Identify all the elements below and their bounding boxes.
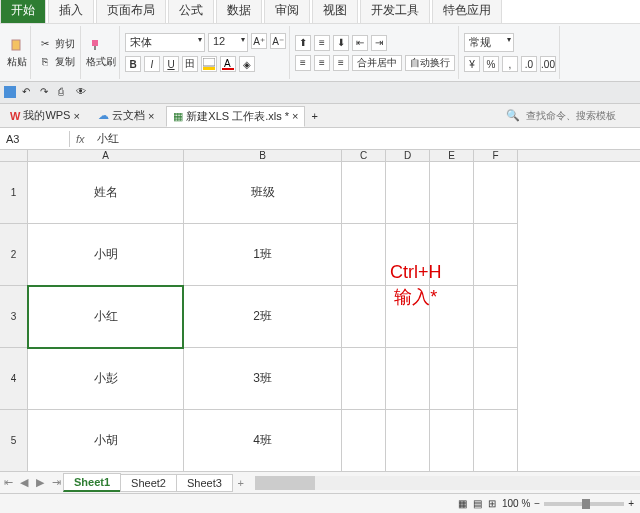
zoom-out-icon[interactable]: −	[534, 498, 540, 509]
tab-data[interactable]: 数据	[216, 0, 262, 23]
save-icon[interactable]	[4, 86, 18, 100]
tab-review[interactable]: 审阅	[264, 0, 310, 23]
format-painter[interactable]	[86, 37, 116, 53]
doctab-wps[interactable]: W我的WPS×	[4, 106, 86, 125]
cell[interactable]	[342, 348, 385, 410]
sheet-tab[interactable]: Sheet3	[176, 474, 233, 492]
row-header[interactable]: 3	[0, 286, 27, 348]
fx-icon[interactable]: fx	[70, 133, 91, 145]
sheet-nav-last[interactable]: ⇥	[48, 476, 64, 489]
col-header[interactable]: C	[342, 150, 386, 161]
close-icon[interactable]: ×	[292, 110, 298, 122]
clear-format[interactable]: ◈	[239, 56, 255, 72]
view-break-icon[interactable]: ⊞	[488, 498, 496, 509]
doctab-cloud[interactable]: ☁云文档×	[92, 106, 160, 125]
cell[interactable]: 小明	[28, 224, 183, 286]
tab-home[interactable]: 开始	[0, 0, 46, 23]
col-header[interactable]: A	[28, 150, 184, 161]
formula-input[interactable]: 小红	[91, 129, 640, 148]
add-sheet-icon[interactable]: +	[233, 477, 249, 489]
merge-button[interactable]: 合并居中	[352, 55, 402, 71]
cell[interactable]: 姓名	[28, 162, 183, 224]
cell[interactable]: 班级	[184, 162, 341, 224]
cell[interactable]	[430, 162, 473, 224]
cell[interactable]	[342, 224, 385, 286]
cut-button[interactable]: ✂剪切	[36, 36, 77, 52]
align-left[interactable]: ≡	[295, 55, 311, 71]
cell[interactable]	[386, 348, 429, 410]
row-header[interactable]: 4	[0, 348, 27, 410]
cell[interactable]	[386, 410, 429, 471]
cell[interactable]: 2班	[184, 286, 341, 348]
search-input[interactable]	[526, 110, 636, 121]
tab-formula[interactable]: 公式	[168, 0, 214, 23]
add-tab-icon[interactable]: +	[311, 110, 317, 122]
comma-button[interactable]: ,	[502, 56, 518, 72]
sheet-tab[interactable]: Sheet2	[120, 474, 177, 492]
cell[interactable]	[430, 348, 473, 410]
dec-inc[interactable]: .0	[521, 56, 537, 72]
font-color[interactable]: A	[220, 56, 236, 72]
underline-button[interactable]: U	[163, 56, 179, 72]
search-icon[interactable]: 🔍	[506, 109, 520, 122]
cell[interactable]	[386, 162, 429, 224]
bold-button[interactable]: B	[125, 56, 141, 72]
cell[interactable]	[474, 410, 517, 471]
cell[interactable]	[474, 348, 517, 410]
view-normal-icon[interactable]: ▦	[458, 498, 467, 509]
align-bot[interactable]: ⬇	[333, 35, 349, 51]
size-select[interactable]: 12	[208, 33, 248, 52]
tab-layout[interactable]: 页面布局	[96, 0, 166, 23]
horizontal-scrollbar[interactable]	[255, 476, 640, 490]
copy-button[interactable]: ⎘复制	[36, 54, 77, 70]
paste-button[interactable]	[7, 37, 27, 53]
col-header[interactable]: E	[430, 150, 474, 161]
sheet-tab[interactable]: Sheet1	[63, 473, 121, 492]
select-all-corner[interactable]	[0, 150, 28, 161]
cell[interactable]	[342, 410, 385, 471]
tab-special[interactable]: 特色应用	[432, 0, 502, 23]
increase-font[interactable]: A⁺	[251, 33, 267, 49]
align-mid[interactable]: ≡	[314, 35, 330, 51]
currency-button[interactable]: ¥	[464, 56, 480, 72]
col-header[interactable]: B	[184, 150, 342, 161]
sheet-nav-next[interactable]: ▶	[32, 476, 48, 489]
cell[interactable]	[474, 162, 517, 224]
row-header[interactable]: 5	[0, 410, 27, 471]
tab-insert[interactable]: 插入	[48, 0, 94, 23]
name-box[interactable]: A3	[0, 131, 70, 147]
indent-inc[interactable]: ⇥	[371, 35, 387, 51]
zoom-in-icon[interactable]: +	[628, 498, 634, 509]
cell[interactable]: 1班	[184, 224, 341, 286]
undo-icon[interactable]: ↶	[22, 86, 36, 100]
cell[interactable]	[430, 410, 473, 471]
fill-color[interactable]	[201, 56, 217, 72]
cell[interactable]: 小彭	[28, 348, 183, 410]
row-header[interactable]: 1	[0, 162, 27, 224]
cell[interactable]: 3班	[184, 348, 341, 410]
zoom-slider[interactable]	[544, 502, 624, 506]
col-header[interactable]: D	[386, 150, 430, 161]
col-header[interactable]: F	[474, 150, 518, 161]
cell[interactable]: 4班	[184, 410, 341, 471]
border-button[interactable]: 田	[182, 56, 198, 72]
cell[interactable]	[474, 224, 517, 286]
print-icon[interactable]: ⎙	[58, 86, 72, 100]
row-header[interactable]: 2	[0, 224, 27, 286]
view-page-icon[interactable]: ▤	[473, 498, 482, 509]
dec-dec[interactable]: .00	[540, 56, 556, 72]
tab-dev[interactable]: 开发工具	[360, 0, 430, 23]
cell[interactable]: 小红	[28, 286, 183, 348]
italic-button[interactable]: I	[144, 56, 160, 72]
decrease-font[interactable]: A⁻	[270, 33, 286, 49]
align-center[interactable]: ≡	[314, 55, 330, 71]
sheet-nav-prev[interactable]: ◀	[16, 476, 32, 489]
redo-icon[interactable]: ↷	[40, 86, 54, 100]
percent-button[interactable]: %	[483, 56, 499, 72]
sheet-nav-first[interactable]: ⇤	[0, 476, 16, 489]
preview-icon[interactable]: 👁	[76, 86, 90, 100]
font-select[interactable]: 宋体	[125, 33, 205, 52]
cell[interactable]: 小胡	[28, 410, 183, 471]
tab-view[interactable]: 视图	[312, 0, 358, 23]
number-format[interactable]: 常规	[464, 33, 514, 52]
